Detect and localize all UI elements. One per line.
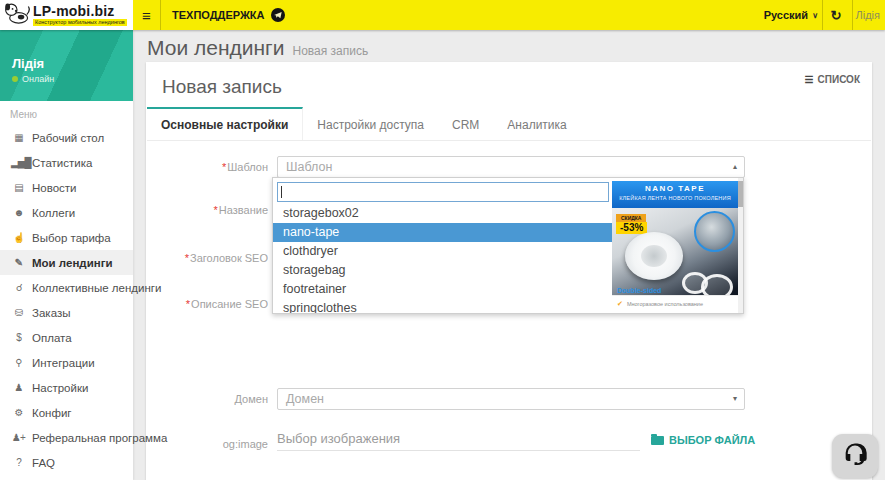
cart-icon: ⛁ bbox=[11, 307, 26, 318]
tab-analytics[interactable]: Аналитика bbox=[493, 109, 580, 140]
dropdown-option[interactable]: storagebox02 bbox=[273, 204, 613, 223]
page-header: Мои лендинги Новая запись bbox=[147, 36, 368, 60]
sidebar-item-tariff[interactable]: ☝Выбор тарифа bbox=[0, 225, 133, 250]
menu-section-label: Меню bbox=[0, 101, 133, 125]
sidebar-item-referral[interactable]: ♟+Реферальная программа bbox=[0, 425, 133, 450]
dropdown-search-input[interactable] bbox=[277, 182, 609, 202]
new-record-card: Новая запись ☰ СПИСОК Основные настройки… bbox=[146, 62, 872, 480]
chevron-down-icon: ∨ bbox=[812, 11, 818, 20]
template-select[interactable]: Шаблон ▴ bbox=[277, 156, 745, 178]
breadcrumb: Новая запись bbox=[292, 44, 368, 58]
text-caret bbox=[281, 186, 282, 198]
sidebar-item-desktop[interactable]: ▦Рабочий стол bbox=[0, 125, 133, 150]
list-button[interactable]: ☰ СПИСОК bbox=[805, 74, 860, 85]
sidebar-item-my-landings[interactable]: ✎Мои лендинги bbox=[0, 250, 133, 275]
sidebar-item-settings[interactable]: ♟Настройки bbox=[0, 375, 133, 400]
dropdown-option[interactable]: springclothes bbox=[273, 299, 613, 314]
logo[interactable]: LP-mobi.biz Конструктор мобильных лендин… bbox=[0, 0, 133, 30]
question-icon: ? bbox=[11, 457, 26, 468]
dropdown-option[interactable]: clothdryer bbox=[273, 242, 613, 261]
hamburger-menu-icon[interactable]: ≡ bbox=[133, 0, 160, 30]
topbar: LP-mobi.biz Конструктор мобильных лендин… bbox=[0, 0, 885, 30]
dropdown-option[interactable]: storagebag bbox=[273, 261, 613, 280]
plug-icon: ⚲ bbox=[11, 357, 26, 368]
logo-title: LP-mobi.biz bbox=[33, 4, 127, 18]
support-chat-widget[interactable] bbox=[832, 434, 878, 478]
dropdown-option[interactable]: footretainer bbox=[273, 280, 613, 299]
seo-description-label: *Описание SEO bbox=[146, 298, 268, 310]
template-dropdown-panel: storagebox02 nano-tape clothdryer storag… bbox=[272, 177, 744, 314]
sidebar-item-orders[interactable]: ⛁Заказы bbox=[0, 300, 133, 325]
preview-inset-photo bbox=[694, 211, 735, 252]
topbar-divider bbox=[160, 0, 161, 30]
ogimage-input[interactable]: Выбор изображения bbox=[277, 428, 640, 451]
domain-label: Домен bbox=[146, 393, 268, 405]
discount-value: -53% bbox=[616, 222, 647, 234]
user-status: Онлайн bbox=[12, 74, 54, 84]
sidebar-item-collective-landings[interactable]: ☌Коллективные лендинги bbox=[0, 275, 133, 300]
tape-ring-image bbox=[701, 274, 733, 295]
refresh-icon[interactable]: ↻ bbox=[824, 0, 848, 30]
card-title: Новая запись bbox=[162, 76, 282, 98]
user-plus-icon: ♟+ bbox=[11, 432, 26, 443]
preview-note: Double-sided bbox=[617, 287, 661, 294]
support-button[interactable]: ТЕХПОДДЕРЖКА bbox=[172, 0, 285, 30]
dropdown-option-selected[interactable]: nano-tape bbox=[273, 223, 613, 242]
page-title: Мои лендинги bbox=[147, 36, 284, 60]
telegram-icon bbox=[271, 8, 285, 22]
preview-feature-row: ✔ Многоразовое использование bbox=[612, 295, 738, 311]
person-icon: ♟ bbox=[11, 382, 26, 393]
preview-feature-text: Многоразовое использование bbox=[627, 301, 703, 307]
sidebar-item-news[interactable]: ▤Новости bbox=[0, 175, 133, 200]
folder-icon bbox=[651, 436, 664, 445]
arrow-up-icon: ▴ bbox=[733, 157, 737, 177]
pencil-icon: ✎ bbox=[11, 257, 26, 268]
tab-main-settings[interactable]: Основные настройки bbox=[147, 107, 303, 140]
check-icon: ✔ bbox=[617, 300, 623, 308]
user-name: Лідія bbox=[12, 56, 44, 71]
domain-select[interactable]: Домен ▾ bbox=[277, 388, 745, 410]
users-icon: ☻ bbox=[11, 207, 26, 218]
online-status-dot bbox=[12, 76, 18, 82]
language-selector[interactable]: Русский ∨ bbox=[764, 0, 818, 30]
hand-icon: ☝ bbox=[11, 232, 26, 243]
tab-crm[interactable]: CRM bbox=[438, 109, 493, 140]
template-label: *Шаблон bbox=[146, 161, 268, 173]
sidebar-item-integrations[interactable]: ⚲Интеграции bbox=[0, 350, 133, 375]
sidebar-menu: ▦Рабочий стол ▂▅█Статистика ▤Новости ☻Ко… bbox=[0, 125, 133, 475]
desktop-icon: ▦ bbox=[11, 132, 26, 143]
discount-label: СКИДКА bbox=[616, 214, 646, 222]
logo-subtitle: Конструктор мобильных лендингов bbox=[33, 19, 127, 27]
dropdown-scrollbar-thumb[interactable] bbox=[738, 181, 743, 207]
tabs: Основные настройки Настройки доступа CRM… bbox=[147, 109, 871, 141]
online-status-label: Онлайн bbox=[22, 74, 54, 84]
tab-access-settings[interactable]: Настройки доступа bbox=[303, 109, 438, 140]
topbar-divider bbox=[822, 0, 823, 30]
dropdown-scrollbar[interactable] bbox=[738, 178, 743, 313]
template-preview-image: NANO TAPE КЛЕЙКАЯ ЛЕНТА НОВОГО ПОКОЛЕНИЯ… bbox=[612, 181, 738, 311]
chart-icon: ▂▅█ bbox=[11, 157, 26, 168]
name-label: *Название bbox=[146, 204, 268, 216]
sidebar-item-statistics[interactable]: ▂▅█Статистика bbox=[0, 150, 133, 175]
seo-title-label: *Заголовок SEO bbox=[146, 252, 268, 264]
headset-icon bbox=[840, 440, 870, 472]
sidebar-item-colleagues[interactable]: ☻Коллеги bbox=[0, 200, 133, 225]
sidebar-item-config[interactable]: ⚙Конфиг bbox=[0, 400, 133, 425]
choose-file-button[interactable]: ВЫБОР ФАЙЛА bbox=[651, 434, 755, 446]
sidebar-item-payment[interactable]: $Оплата bbox=[0, 325, 133, 350]
sidebar-item-faq[interactable]: ?FAQ bbox=[0, 450, 133, 475]
support-label: ТЕХПОДДЕРЖКА bbox=[172, 9, 265, 21]
language-label: Русский bbox=[764, 9, 808, 21]
news-icon: ▤ bbox=[11, 182, 26, 193]
list-icon: ☰ bbox=[805, 74, 814, 85]
preview-subtitle: КЛЕЙКАЯ ЛЕНТА НОВОГО ПОКОЛЕНИЯ bbox=[612, 195, 738, 201]
dollar-icon: $ bbox=[11, 332, 26, 343]
topbar-username[interactable]: Лідія bbox=[853, 0, 883, 30]
arrow-down-icon: ▾ bbox=[733, 389, 737, 409]
preview-header: NANO TAPE КЛЕЙКАЯ ЛЕНТА НОВОГО ПОКОЛЕНИЯ bbox=[612, 181, 738, 208]
preview-title: NANO TAPE bbox=[612, 184, 738, 193]
dog-logo-icon bbox=[4, 1, 30, 29]
tape-roll-image bbox=[625, 232, 683, 280]
gear-icon: ⚙ bbox=[11, 407, 26, 418]
user-panel: Лідія Онлайн bbox=[0, 30, 133, 101]
